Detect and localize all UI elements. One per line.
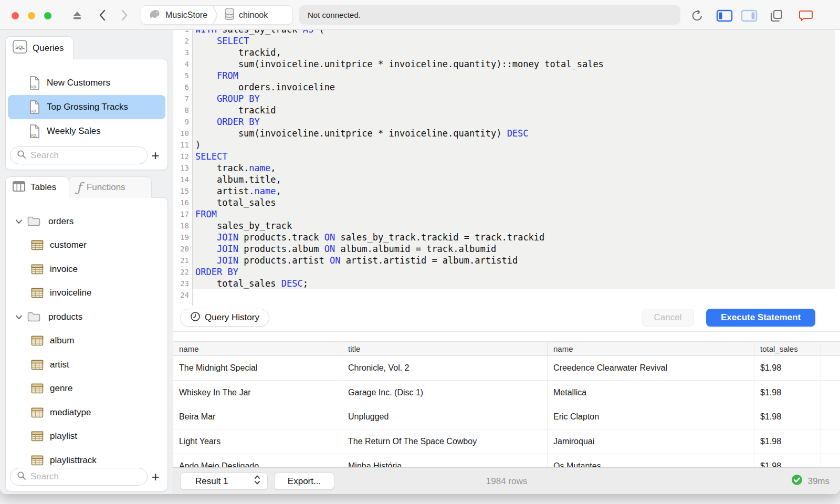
line-number: 20 <box>173 243 189 255</box>
breadcrumb-connection[interactable]: MusicStore <box>141 7 213 23</box>
line-number: 15 <box>173 185 189 197</box>
back-icon[interactable] <box>99 9 106 23</box>
table-name: artist <box>50 360 69 370</box>
tab-tables[interactable]: Tables <box>5 176 69 198</box>
table-row[interactable]: Light YearsThe Return Of The Space Cowbo… <box>173 429 840 454</box>
schema-folder[interactable]: products <box>6 305 167 329</box>
chevron-down-icon[interactable] <box>15 314 23 320</box>
table-cell[interactable]: Ando Meio Desligado <box>173 454 342 467</box>
minimize-window-button[interactable] <box>28 12 35 19</box>
line-numbers: 123456789101112131415161718192021222324 <box>173 30 189 301</box>
table-name: genre <box>50 383 72 394</box>
tables-tab-label: Tables <box>30 182 56 193</box>
result-selector[interactable]: Result 1 <box>180 472 268 490</box>
table-name: mediatype <box>50 407 91 418</box>
column-header[interactable] <box>821 342 840 355</box>
table-icon <box>31 240 44 250</box>
folder-icon <box>27 216 41 227</box>
zoom-window-button[interactable] <box>44 12 51 19</box>
forward-icon[interactable] <box>121 9 128 23</box>
table-item[interactable]: playlist <box>6 425 167 449</box>
table-cell[interactable]: The Midnight Special <box>173 356 342 380</box>
table-cell[interactable]: Whiskey In The Jar <box>173 381 342 405</box>
tables-search-input[interactable] <box>30 471 134 482</box>
column-header[interactable]: title <box>342 342 548 355</box>
table-cell[interactable]: The Return Of The Space Cowboy <box>342 429 548 454</box>
query-list-item[interactable]: SQLWeekly Sales <box>8 119 165 143</box>
table-cell[interactable]: Jamiroquai <box>548 429 754 454</box>
refresh-icon[interactable] <box>690 9 704 25</box>
close-window-button[interactable] <box>12 12 19 19</box>
execute-statement-button[interactable]: Execute Statement <box>706 309 815 327</box>
sql-badge-icon: SQL <box>12 39 28 57</box>
add-query-button[interactable]: + <box>148 148 163 163</box>
table-cell[interactable]: $1.98 <box>754 454 821 467</box>
schema-folder[interactable]: orders <box>6 209 167 234</box>
export-button[interactable]: Export... <box>274 472 334 490</box>
table-item[interactable]: album <box>6 329 167 353</box>
chevron-down-icon[interactable] <box>15 219 23 224</box>
queries-search[interactable] <box>10 146 148 164</box>
tables-search[interactable] <box>10 468 148 486</box>
table-row[interactable]: Ando Meio DesligadoMinha HistóriaOs Muta… <box>173 454 840 467</box>
table-item[interactable]: invoiceline <box>6 281 167 306</box>
table-cell[interactable]: Garage Inc. (Disc 1) <box>342 381 548 405</box>
table-item[interactable]: genre <box>6 377 167 401</box>
tab-queries[interactable]: SQL Queries <box>5 36 74 59</box>
table-cell[interactable]: Metallica <box>548 381 754 405</box>
table-cell[interactable] <box>821 454 840 467</box>
table-cell[interactable] <box>821 405 840 429</box>
query-list-item[interactable]: SQLTop Grossing Tracks <box>8 95 165 119</box>
table-cell[interactable]: Creedence Clearwater Revival <box>548 356 754 380</box>
chat-icon[interactable] <box>799 9 813 25</box>
tab-functions[interactable]: ƒ Functions <box>69 176 152 198</box>
table-row[interactable]: The Midnight SpecialChronicle, Vol. 2Cre… <box>173 356 840 381</box>
table-cell[interactable] <box>821 429 840 454</box>
breadcrumb-database[interactable]: chinook <box>218 7 273 23</box>
column-header[interactable]: name <box>548 342 754 355</box>
table-cell[interactable]: $1.98 <box>754 429 821 454</box>
code-line: trackid, <box>195 47 604 58</box>
query-item-label: Weekly Sales <box>47 126 101 136</box>
titlebar: MusicStore chinook Not connected. <box>0 0 840 30</box>
line-number: 6 <box>173 81 189 93</box>
query-item-label: New Customers <box>47 78 110 88</box>
table-item[interactable]: invoice <box>6 257 167 281</box>
table-icon <box>31 288 44 298</box>
table-row[interactable]: Beira MarUnpluggedEric Clapton$1.98 <box>173 405 840 430</box>
column-header[interactable]: total_sales <box>754 342 821 355</box>
toggle-right-sidebar-icon[interactable] <box>741 9 758 25</box>
queries-search-input[interactable] <box>30 150 134 161</box>
table-cell[interactable]: Minha História <box>342 454 548 467</box>
table-item[interactable]: customer <box>6 234 167 258</box>
sql-file-icon: SQL <box>29 124 41 139</box>
add-table-button[interactable]: + <box>148 469 163 485</box>
table-row[interactable]: Whiskey In The JarGarage Inc. (Disc 1)Me… <box>173 381 840 405</box>
result-selector-label: Result 1 <box>195 476 228 487</box>
code-lines[interactable]: WITH sales_by_track AS ( SELECT trackid,… <box>195 30 604 301</box>
table-cell[interactable]: $1.98 <box>754 356 821 380</box>
table-cell[interactable] <box>821 356 840 380</box>
table-icon <box>31 335 44 346</box>
sql-editor[interactable]: 123456789101112131415161718192021222324 … <box>173 30 840 332</box>
table-cell[interactable]: Chronicle, Vol. 2 <box>342 356 548 380</box>
table-cell[interactable]: Os Mutantes <box>548 454 754 467</box>
sidebar: SQL Queries SQLNew CustomersSQLTop Gross… <box>0 30 173 494</box>
table-cell[interactable] <box>821 381 840 405</box>
cancel-button[interactable]: Cancel <box>642 309 694 327</box>
table-cell[interactable]: Unplugged <box>342 405 548 429</box>
toggle-left-sidebar-icon[interactable] <box>716 9 733 25</box>
table-cell[interactable]: Beira Mar <box>173 405 342 429</box>
table-item[interactable]: mediatype <box>6 401 167 425</box>
table-item[interactable]: artist <box>6 353 167 377</box>
results-body[interactable]: The Midnight SpecialChronicle, Vol. 2Cre… <box>173 356 840 467</box>
table-cell[interactable]: $1.98 <box>754 381 821 405</box>
query-history-button[interactable]: Query History <box>180 309 269 327</box>
eject-icon[interactable] <box>71 9 83 24</box>
table-cell[interactable]: $1.98 <box>754 405 821 429</box>
table-cell[interactable]: Eric Clapton <box>548 405 754 429</box>
query-list-item[interactable]: SQLNew Customers <box>8 71 165 95</box>
windows-icon[interactable] <box>770 9 783 25</box>
table-cell[interactable]: Light Years <box>173 429 342 454</box>
column-header[interactable]: name <box>173 342 342 355</box>
